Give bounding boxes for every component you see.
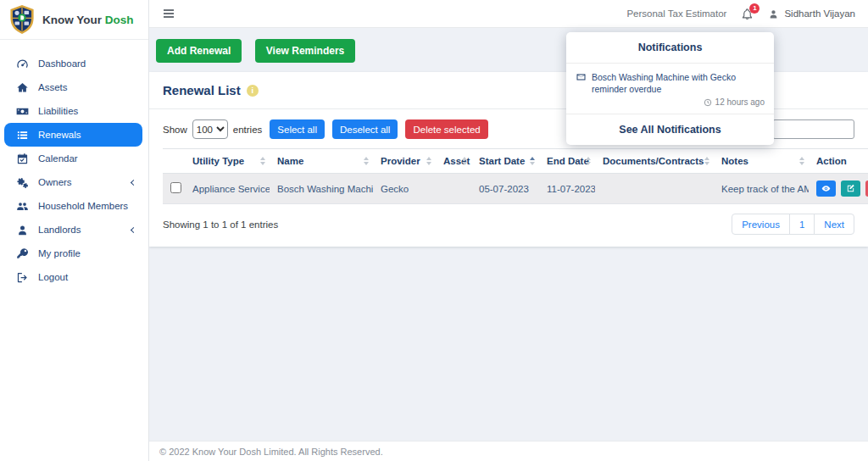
sidebar-item-label: Renewals xyxy=(38,130,81,140)
table-row: Appliance Service Bosch Washing Machine … xyxy=(163,174,868,204)
home-icon xyxy=(16,81,29,94)
sort-icons xyxy=(586,157,591,165)
sidebar-item-owners[interactable]: Owners xyxy=(0,170,148,194)
cell-name: Bosch Washing Machine xyxy=(270,174,373,204)
search-input[interactable] xyxy=(772,119,854,139)
brand[interactable]: Know Your Dosh xyxy=(0,0,148,40)
column-header-documents-contracts[interactable]: Documents/Contracts xyxy=(595,149,714,174)
sidebar-item-label: Assets xyxy=(38,82,68,92)
table-footer: Showing 1 to 1 of 1 entries Previous 1 N… xyxy=(163,214,854,235)
column-header-action: Action xyxy=(809,149,868,174)
page-size-select[interactable]: 100 xyxy=(192,119,228,139)
sidebar-item-calendar[interactable]: Calendar xyxy=(0,147,148,170)
sidebar-nav: Dashboard Assets Liabilities Renewals Ca… xyxy=(0,40,148,301)
topbar: Personal Tax Estimator 1 Sidharth Vijaya… xyxy=(149,0,868,28)
gears-icon xyxy=(16,176,29,189)
personal-tax-estimator-link[interactable]: Personal Tax Estimator xyxy=(626,8,726,19)
brand-name: Know Your Dosh xyxy=(42,14,134,26)
row-checkbox[interactable] xyxy=(170,182,181,193)
entries-label: entries xyxy=(233,125,263,135)
sidebar-item-liabilities[interactable]: Liabilities xyxy=(0,99,148,123)
clock-icon xyxy=(704,98,712,107)
topbar-right: Personal Tax Estimator 1 Sidharth Vijaya… xyxy=(626,8,855,20)
sidebar-item-assets[interactable]: Assets xyxy=(0,75,148,99)
sort-icons xyxy=(462,157,467,165)
copyright-text: © 2022 Know Your Dosh Limited. All Right… xyxy=(159,447,383,457)
entries-info: Showing 1 to 1 of 1 entries xyxy=(163,219,278,230)
chevron-left-icon xyxy=(131,179,136,185)
user-menu[interactable]: Sidharth Vijayan xyxy=(768,8,855,19)
info-icon[interactable] xyxy=(247,85,259,97)
sidebar-item-label: Dashboard xyxy=(38,58,86,69)
sidebar: Know Your Dosh Dashboard Assets Liabilit… xyxy=(0,0,149,461)
logout-icon xyxy=(16,271,29,284)
person-icon xyxy=(768,8,779,19)
sidebar-item-label: Logout xyxy=(38,272,68,282)
cell-end-date: 11-07-2023 xyxy=(539,174,595,204)
key-icon xyxy=(16,247,29,260)
cell-provider: Gecko xyxy=(373,174,436,204)
sidebar-item-label: Calendar xyxy=(38,153,78,164)
add-renewal-button[interactable]: Add Renewal xyxy=(156,39,242,63)
column-header-utility-type[interactable]: Utility Type xyxy=(185,149,270,174)
pagination: Previous 1 Next xyxy=(732,214,854,235)
sort-icons xyxy=(704,157,709,165)
sidebar-item-landlords[interactable]: Landlords xyxy=(0,218,148,242)
sidebar-item-logout[interactable]: Logout xyxy=(0,265,148,289)
view-reminders-button[interactable]: View Reminders xyxy=(255,39,355,63)
notification-text: Bosch Washing Machine with Gecko reminde… xyxy=(592,71,765,95)
row-select-cell xyxy=(163,174,185,204)
sidebar-item-label: My profile xyxy=(38,248,81,258)
money-banknote-icon xyxy=(16,105,29,118)
sidebar-item-my-profile[interactable]: My profile xyxy=(0,242,148,265)
users-group-icon xyxy=(16,200,29,213)
sidebar-item-label: Landlords xyxy=(38,225,81,235)
cell-asset xyxy=(436,174,471,204)
cell-actions xyxy=(809,174,868,204)
delete-selected-button[interactable]: Delete selected xyxy=(405,119,487,139)
notifications-dropdown: Notifications Bosch Washing Machine with… xyxy=(566,32,774,145)
column-header-end-date[interactable]: End Date xyxy=(539,149,595,174)
calendar-check-icon xyxy=(16,153,29,165)
sidebar-item-dashboard[interactable]: Dashboard xyxy=(0,52,148,75)
cell-notes: Keep track of the AMC xyxy=(714,174,809,204)
envelope-icon xyxy=(576,72,587,82)
sort-icons xyxy=(364,157,369,165)
sidebar-item-renewals[interactable]: Renewals xyxy=(4,123,142,147)
deselect-all-button[interactable]: Deselect all xyxy=(332,119,398,139)
notification-time: 12 hours ago xyxy=(576,97,765,107)
notification-count-badge: 1 xyxy=(749,3,760,14)
page-number-button[interactable]: 1 xyxy=(789,214,815,235)
column-header-start-date[interactable]: Start Date xyxy=(471,149,539,174)
footer: © 2022 Know Your Dosh Limited. All Right… xyxy=(149,441,868,461)
sidebar-item-label: Owners xyxy=(38,177,72,187)
sort-icons xyxy=(426,157,431,165)
notifications-title: Notifications xyxy=(566,32,774,64)
column-header-notes[interactable]: Notes xyxy=(714,149,809,174)
edit-button[interactable] xyxy=(841,181,860,197)
chevron-left-icon xyxy=(131,226,136,232)
user-icon xyxy=(16,224,29,236)
sort-icons xyxy=(799,157,804,165)
previous-page-button[interactable]: Previous xyxy=(732,214,790,235)
page-title: Renewal List xyxy=(163,83,241,97)
view-button[interactable] xyxy=(816,181,836,197)
column-header-name[interactable]: Name xyxy=(270,149,373,174)
sidebar-item-label: Liabilities xyxy=(38,106,78,116)
table-header-row: Utility Type Name Provider Asset xyxy=(163,149,868,174)
hamburger-menu-icon[interactable] xyxy=(162,6,175,21)
sort-icons xyxy=(260,157,265,165)
notification-item[interactable]: Bosch Washing Machine with Gecko reminde… xyxy=(566,64,774,114)
renewal-table: Utility Type Name Provider Asset xyxy=(163,148,868,204)
column-header-provider[interactable]: Provider xyxy=(373,149,436,174)
brand-shield-logo-icon xyxy=(8,3,36,36)
list-icon xyxy=(16,129,29,142)
sidebar-item-label: Household Members xyxy=(38,201,128,211)
sidebar-item-household-members[interactable]: Household Members xyxy=(0,194,148,218)
next-page-button[interactable]: Next xyxy=(814,214,854,235)
see-all-notifications-link[interactable]: See All Notifications xyxy=(566,114,774,145)
select-all-button[interactable]: Select all xyxy=(270,119,325,139)
cell-documents xyxy=(595,174,714,204)
notification-bell-icon[interactable]: 1 xyxy=(741,8,754,20)
column-header-asset[interactable]: Asset xyxy=(436,149,471,174)
